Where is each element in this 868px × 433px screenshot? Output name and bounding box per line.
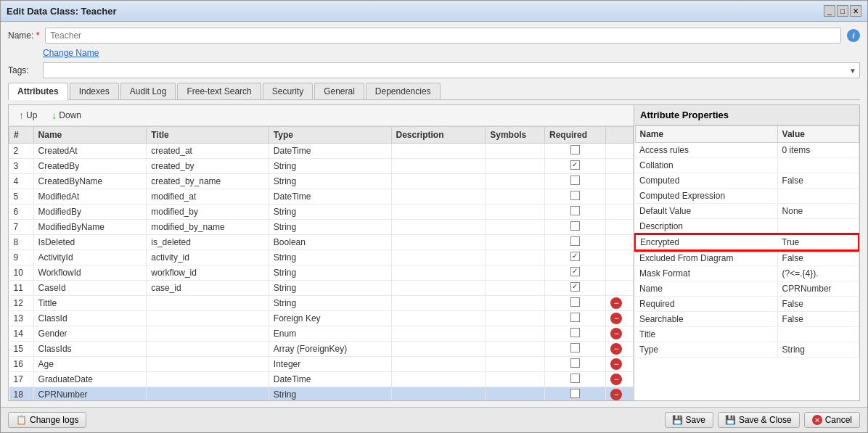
name-input[interactable] (45, 28, 841, 44)
cell-name: WorkflowId (33, 265, 147, 281)
close-button[interactable]: ✕ (850, 5, 861, 17)
table-row[interactable]: 16AgeInteger− (9, 357, 634, 372)
table-row[interactable]: 3CreatedBycreated_byString (9, 159, 634, 174)
required-checkbox[interactable] (570, 267, 580, 276)
save-close-button[interactable]: 💾 Save & Close (718, 412, 800, 428)
table-row[interactable]: 18CPRNumberString− (9, 387, 634, 401)
cell-required[interactable] (544, 250, 605, 265)
up-button[interactable]: ↑ Up (13, 108, 43, 123)
table-row[interactable]: 13ClassIdForeign Key− (9, 311, 634, 326)
cell-num: 3 (9, 159, 34, 174)
required-checkbox[interactable] (570, 176, 580, 185)
required-checkbox[interactable] (570, 297, 580, 307)
delete-row-button[interactable]: − (610, 328, 622, 339)
required-checkbox[interactable] (570, 282, 580, 292)
cell-delete (606, 281, 634, 296)
table-row[interactable]: 11CaseIdcase_idString (9, 281, 634, 296)
cell-required[interactable] (544, 281, 605, 296)
delete-row-button[interactable]: − (610, 297, 622, 309)
table-row[interactable]: 2CreatedAtcreated_atDateTime (9, 144, 634, 159)
table-row[interactable]: 9ActivityIdactivity_idString (9, 250, 634, 265)
cell-desc (391, 265, 486, 281)
cell-type: String (269, 265, 391, 281)
required-checkbox[interactable] (570, 221, 580, 231)
info-icon[interactable]: i (847, 29, 860, 42)
cell-name: CreatedByName (33, 174, 147, 189)
minimize-button[interactable]: _ (824, 5, 835, 17)
required-checkbox[interactable] (570, 343, 580, 352)
tab-free-text-search[interactable]: Free-text Search (177, 83, 261, 99)
required-checkbox[interactable] (570, 313, 580, 322)
delete-row-button[interactable]: − (610, 343, 622, 355)
delete-row-button[interactable]: − (610, 358, 622, 370)
change-logs-button[interactable]: 📋 Change logs (8, 412, 86, 428)
attr-properties-header: Attribute Properties (634, 105, 859, 125)
cell-required[interactable] (544, 205, 605, 220)
cell-name: Age (33, 357, 147, 372)
delete-row-button[interactable]: − (610, 389, 622, 400)
change-name-link[interactable]: Change Name (43, 48, 99, 58)
save-button[interactable]: 💾 Save (665, 412, 713, 428)
cell-title: modified_at (147, 189, 269, 205)
tab-attributes[interactable]: Attributes (8, 83, 68, 100)
table-row[interactable]: 8IsDeletedis_deletedBoolean (9, 235, 634, 250)
table-row[interactable]: 10WorkflowIdworkflow_idString (9, 265, 634, 281)
table-row[interactable]: 12TittleString− (9, 296, 634, 311)
cell-required[interactable] (544, 342, 605, 357)
required-checkbox[interactable] (570, 389, 580, 398)
required-checkbox[interactable] (570, 145, 580, 154)
cell-required[interactable] (544, 235, 605, 250)
cell-type: String (269, 159, 391, 174)
cell-required[interactable] (544, 387, 605, 401)
maximize-button[interactable]: □ (837, 5, 848, 17)
table-row[interactable]: 17GraduateDateDateTime− (9, 372, 634, 387)
tab-general[interactable]: General (314, 83, 364, 99)
cell-name: CreatedBy (33, 159, 147, 174)
cell-required[interactable] (544, 326, 605, 342)
tab-dependencies[interactable]: Dependencies (366, 83, 441, 99)
cancel-button[interactable]: ✕ Cancel (804, 412, 860, 428)
cell-required[interactable] (544, 296, 605, 311)
cancel-icon: ✕ (812, 415, 822, 425)
cell-required[interactable] (544, 144, 605, 159)
tab-indexes[interactable]: Indexes (70, 83, 119, 99)
cell-desc (391, 220, 486, 235)
cell-desc (391, 326, 486, 342)
cell-name: CPRNumber (33, 387, 147, 401)
required-checkbox[interactable] (570, 160, 580, 170)
cell-title: created_at (147, 144, 269, 159)
cell-required[interactable] (544, 311, 605, 326)
tab-security[interactable]: Security (263, 83, 313, 99)
required-checkbox[interactable] (570, 236, 580, 246)
attributes-table-container[interactable]: # Name Title Type Description Symbols Re… (9, 126, 634, 400)
required-checkbox[interactable] (570, 252, 580, 261)
table-row[interactable]: 7ModifiedByNamemodified_by_nameString (9, 220, 634, 235)
cell-required[interactable] (544, 159, 605, 174)
cell-num: 4 (9, 174, 34, 189)
cell-num: 11 (9, 281, 34, 296)
tags-input[interactable]: ▼ (43, 62, 860, 78)
delete-row-button[interactable]: − (610, 374, 622, 385)
delete-row-button[interactable]: − (610, 313, 622, 324)
required-checkbox[interactable] (570, 206, 580, 215)
table-row[interactable]: 15ClassIdsArray (ForeignKey)− (9, 342, 634, 357)
cell-required[interactable] (544, 174, 605, 189)
table-row[interactable]: 14GenderEnum− (9, 326, 634, 342)
down-button[interactable]: ↓ Down (46, 108, 87, 123)
cell-required[interactable] (544, 220, 605, 235)
col-header-title: Title (147, 127, 269, 144)
attr-properties-table-container: Name Value Access rules0 itemsCollationC… (634, 125, 859, 400)
required-checkbox[interactable] (570, 328, 580, 337)
cell-required[interactable] (544, 189, 605, 205)
required-checkbox[interactable] (570, 358, 580, 368)
col-header-desc: Description (391, 127, 486, 144)
required-checkbox[interactable] (570, 374, 580, 383)
required-checkbox[interactable] (570, 191, 580, 200)
cell-required[interactable] (544, 372, 605, 387)
table-row[interactable]: 5ModifiedAtmodified_atDateTime (9, 189, 634, 205)
tab-audit-log[interactable]: Audit Log (120, 83, 176, 99)
cell-required[interactable] (544, 357, 605, 372)
cell-required[interactable] (544, 265, 605, 281)
table-row[interactable]: 6ModifiedBymodified_byString (9, 205, 634, 220)
table-row[interactable]: 4CreatedByNamecreated_by_nameString (9, 174, 634, 189)
